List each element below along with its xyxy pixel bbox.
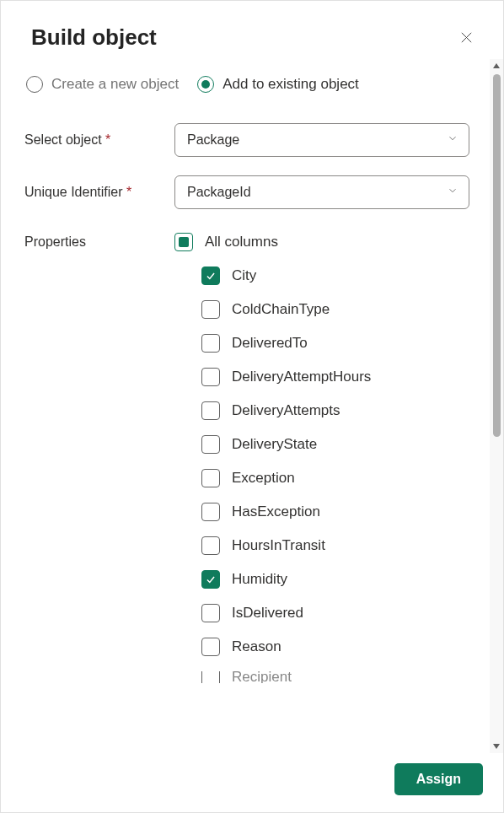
property-label: Recipient — [232, 671, 292, 683]
svg-marker-2 — [493, 63, 500, 68]
scrollbar[interactable] — [490, 59, 503, 753]
checkbox-unchecked[interactable] — [201, 469, 220, 487]
properties-row: Properties All columns CityColdChainType… — [24, 233, 490, 683]
unique-identifier-dropdown[interactable]: PackageId — [174, 175, 469, 209]
property-label: Exception — [232, 470, 295, 487]
select-object-dropdown[interactable]: Package — [174, 123, 469, 157]
property-item[interactable]: DeliveryAttemptHours — [201, 368, 490, 386]
checkbox-unchecked[interactable] — [201, 604, 220, 622]
scroll-down-arrow-icon[interactable] — [490, 740, 503, 753]
checkbox-unchecked[interactable] — [201, 435, 220, 454]
checkbox-unchecked[interactable] — [201, 401, 220, 420]
scroll-up-arrow-icon[interactable] — [490, 59, 503, 73]
dialog-body-wrapper: Create a new object Add to existing obje… — [1, 59, 503, 753]
property-item[interactable]: ColdChainType — [201, 300, 490, 319]
dialog-body: Create a new object Add to existing obje… — [1, 59, 490, 753]
property-item[interactable]: IsDelivered — [201, 604, 490, 622]
required-asterisk: * — [126, 185, 131, 199]
property-item[interactable]: HoursInTransit — [201, 536, 490, 555]
property-item[interactable]: HasException — [201, 503, 490, 521]
build-object-dialog: Build object Create a new object Add to … — [0, 0, 504, 813]
checkbox-unchecked[interactable] — [201, 334, 220, 353]
property-label: DeliveredTo — [232, 335, 308, 352]
checkbox-indeterminate[interactable] — [174, 233, 193, 251]
unique-identifier-row: Unique Identifier * PackageId — [24, 175, 490, 209]
assign-button[interactable]: Assign — [394, 763, 483, 795]
checkbox-checked[interactable] — [201, 267, 220, 285]
checkbox-unchecked[interactable] — [201, 368, 220, 386]
radio-add-to-existing-object[interactable]: Add to existing object — [197, 76, 359, 93]
property-item[interactable]: DeliveredTo — [201, 334, 490, 353]
chevron-down-icon — [447, 132, 458, 148]
unique-identifier-label: Unique Identifier * — [24, 185, 174, 200]
property-item[interactable]: Recipient — [201, 671, 490, 683]
dialog-title: Build object — [31, 24, 157, 51]
checkbox-unchecked[interactable] — [201, 671, 220, 683]
radio-create-new-object[interactable]: Create a new object — [26, 76, 179, 93]
properties-label: Properties — [24, 233, 174, 250]
dialog-header: Build object — [1, 1, 503, 59]
checkbox-unchecked[interactable] — [201, 300, 220, 319]
property-item[interactable]: DeliveryAttempts — [201, 401, 490, 420]
mode-row: Create a new object Add to existing obje… — [24, 76, 490, 93]
property-label: Humidity — [232, 571, 287, 588]
property-item[interactable]: DeliveryState — [201, 435, 490, 454]
property-label: HasException — [232, 503, 320, 520]
checkbox-checked[interactable] — [201, 570, 220, 589]
close-button[interactable] — [454, 26, 478, 50]
property-label: DeliveryAttempts — [232, 402, 340, 419]
all-columns-label: All columns — [205, 234, 278, 250]
property-label: HoursInTransit — [232, 537, 325, 554]
property-item[interactable]: Exception — [201, 469, 490, 487]
property-label: ColdChainType — [232, 301, 330, 318]
required-asterisk: * — [105, 132, 110, 147]
properties-list: All columns CityColdChainTypeDeliveredTo… — [174, 233, 490, 683]
property-item[interactable]: City — [201, 267, 490, 285]
property-item[interactable]: Reason — [201, 638, 490, 656]
svg-marker-3 — [493, 744, 500, 749]
chevron-down-icon — [447, 185, 458, 200]
dialog-footer: Assign — [1, 753, 503, 812]
property-label: Reason — [232, 638, 281, 655]
radio-icon — [197, 76, 214, 93]
property-label: DeliveryAttemptHours — [232, 369, 371, 385]
radio-label: Add to existing object — [223, 76, 359, 93]
select-object-value: Package — [187, 132, 239, 148]
select-object-row: Select object * Package — [24, 123, 490, 157]
property-item[interactable]: Humidity — [201, 570, 490, 589]
property-label: IsDelivered — [232, 605, 303, 622]
property-label: DeliveryState — [232, 436, 317, 453]
radio-icon — [26, 76, 43, 93]
checkbox-unchecked[interactable] — [201, 638, 220, 656]
select-object-label: Select object * — [24, 132, 174, 148]
all-columns-item[interactable]: All columns — [174, 233, 490, 251]
unique-identifier-value: PackageId — [187, 185, 251, 200]
checkbox-unchecked[interactable] — [201, 503, 220, 521]
scroll-thumb[interactable] — [493, 74, 501, 437]
radio-label: Create a new object — [51, 76, 179, 93]
checkbox-unchecked[interactable] — [201, 536, 220, 555]
property-label: City — [232, 267, 256, 284]
close-icon — [459, 30, 474, 45]
